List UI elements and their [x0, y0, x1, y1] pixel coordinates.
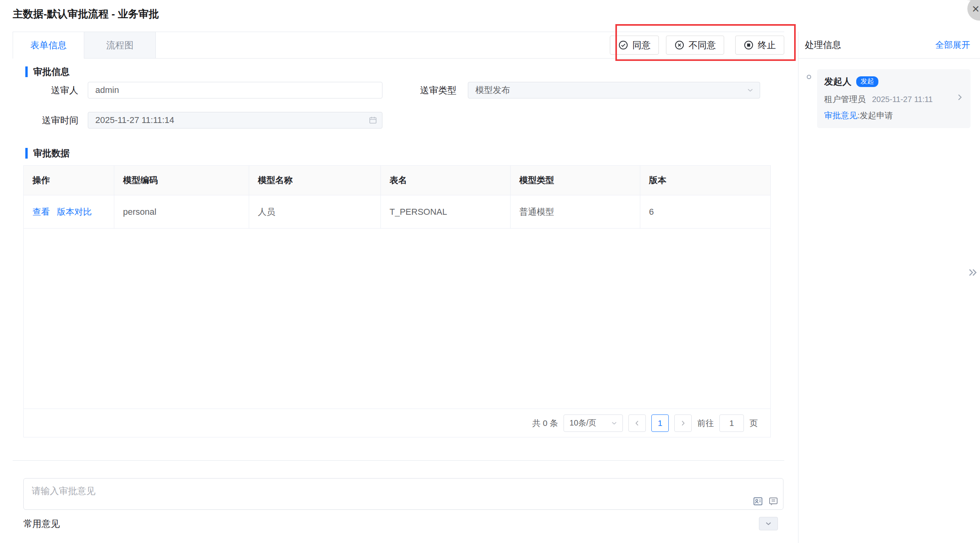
approval-data-table: 操作 模型编码 模型名称 表名 模型类型 版本 查看 版本对比 personal… [23, 165, 771, 437]
pagination: 共 0 条 10条/页 1 前往 页 [24, 409, 770, 437]
col-operation: 操作 [24, 166, 114, 195]
timeline-opinion: 审批意见:发起申请 [824, 110, 963, 121]
pagination-total: 共 0 条 [532, 418, 558, 429]
terminate-label: 终止 [758, 39, 776, 51]
table-header-row: 操作 模型编码 模型名称 表名 模型类型 版本 [24, 166, 770, 195]
stop-circle-icon [744, 40, 754, 50]
page-size-select[interactable]: 10条/页 [564, 414, 623, 432]
next-page-button[interactable] [674, 414, 692, 432]
table-row: 查看 版本对比 personal 人员 T_PERSONAL 普通模型 6 [24, 195, 770, 229]
close-icon: × [972, 2, 980, 15]
prev-page-button[interactable] [628, 414, 646, 432]
send-type-label: 送审类型 [382, 84, 468, 96]
expand-all-link[interactable]: 全部展开 [935, 39, 970, 51]
form-row-2: 送审时间 [13, 112, 382, 129]
cell-model-type: 普通模型 [511, 195, 640, 229]
approve-label: 同意 [632, 39, 651, 51]
chevron-left-icon [633, 419, 641, 428]
cell-model-name: 人员 [249, 195, 381, 229]
approve-button[interactable]: 同意 [610, 36, 659, 55]
submitter-input[interactable] [88, 82, 382, 98]
col-model-type: 模型类型 [511, 166, 640, 195]
goto-page-input[interactable] [719, 414, 744, 432]
page-title: 主数据-默认审批流程 - 业务审批 [13, 7, 159, 21]
goto-label: 前往 [697, 418, 714, 429]
close-button[interactable]: × [967, 0, 980, 21]
col-model-name: 模型名称 [249, 166, 381, 195]
timeline-meta: 租户管理员 2025-11-27 11:11 [824, 94, 963, 105]
process-info-panel: 处理信息 全部展开 发起人 发起 租户管理员 2025-11-27 11:11 … [798, 32, 980, 543]
send-type-value: 模型发布 [475, 84, 510, 96]
chevron-down-icon [764, 519, 773, 528]
send-time-label: 送审时间 [13, 114, 88, 127]
tab-form-info[interactable]: 表单信息 [13, 32, 84, 58]
col-table-name: 表名 [381, 166, 511, 195]
header-row: 表单信息 流程图 同意 不同意 终止 [13, 32, 784, 59]
panel-header: 处理信息 全部展开 [798, 32, 980, 59]
approval-dialog: 主数据-默认审批流程 - 业务审批 × 表单信息 流程图 同意 不同意 [0, 0, 980, 543]
reject-label: 不同意 [689, 39, 716, 51]
opinion-text: :发起申请 [857, 111, 893, 120]
opinion-label: 审批意见 [824, 111, 857, 120]
chevron-down-icon [745, 85, 755, 95]
comment-divider [13, 460, 784, 461]
cell-version: 6 [640, 195, 770, 229]
contact-card-icon[interactable] [753, 496, 763, 507]
check-circle-icon [618, 40, 628, 50]
timeline-user: 租户管理员 [824, 94, 866, 105]
cross-circle-icon [674, 40, 685, 50]
timeline-role: 发起人 [824, 76, 851, 88]
common-opinion-label: 常用意见 [23, 518, 60, 530]
current-page-button[interactable]: 1 [651, 414, 669, 432]
submitter-label: 送审人 [13, 84, 88, 96]
send-time-input[interactable] [88, 112, 382, 129]
col-model-code: 模型编码 [114, 166, 249, 195]
view-link[interactable]: 查看 [32, 206, 50, 218]
table-empty-area [24, 229, 770, 409]
chevron-right-icon [679, 419, 687, 428]
header-actions: 同意 不同意 终止 [610, 32, 784, 58]
section-approval-data: 审批数据 [25, 147, 70, 159]
timeline-time: 2025-11-27 11:11 [872, 95, 933, 104]
page-size-value: 10条/页 [569, 418, 596, 428]
section-approval-info: 审批信息 [25, 66, 70, 78]
common-opinion-row: 常用意见 [23, 517, 778, 531]
terminate-button[interactable]: 终止 [735, 36, 784, 55]
reject-button[interactable]: 不同意 [666, 36, 724, 55]
initiate-badge: 发起 [856, 76, 878, 87]
timeline-item[interactable]: 发起人 发起 租户管理员 2025-11-27 11:11 审批意见:发起申请 [817, 69, 971, 128]
chevron-down-icon [610, 419, 619, 428]
message-icon[interactable] [768, 496, 779, 507]
comment-icons [753, 496, 779, 507]
collapse-panel-icon[interactable] [967, 267, 978, 278]
col-version: 版本 [640, 166, 770, 195]
comment-textarea[interactable] [23, 478, 783, 510]
common-opinion-toggle[interactable] [759, 517, 778, 530]
form-row-1: 送审人 送审类型 模型发布 [13, 82, 760, 98]
send-type-select[interactable]: 模型发布 [468, 82, 760, 98]
cell-table-name: T_PERSONAL [381, 195, 511, 229]
timeline-role-line: 发起人 发起 [824, 76, 963, 88]
cell-model-code: personal [114, 195, 249, 229]
tab-flow-chart[interactable]: 流程图 [84, 32, 156, 58]
chevron-right-icon[interactable] [955, 92, 965, 102]
comment-area [23, 478, 783, 510]
panel-title: 处理信息 [805, 39, 841, 51]
page-unit-label: 页 [749, 418, 758, 429]
version-compare-link[interactable]: 版本对比 [57, 206, 92, 218]
timeline-dot-icon [807, 75, 811, 79]
